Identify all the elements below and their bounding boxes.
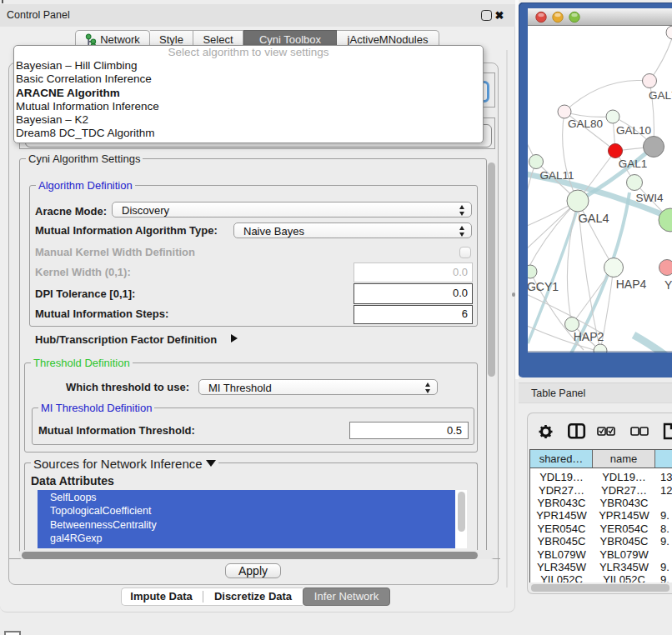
svg-text:YB: YB <box>664 278 672 292</box>
svg-text:GAL11: GAL11 <box>539 169 574 182</box>
svg-text:GAL1: GAL1 <box>619 158 648 170</box>
svg-text:GAL80: GAL80 <box>568 118 603 130</box>
svg-text:GAL4: GAL4 <box>578 212 609 225</box>
svg-text:HAP4: HAP4 <box>616 278 647 291</box>
svg-text:SWI4: SWI4 <box>635 192 663 204</box>
svg-text:GAL7: GAL7 <box>649 89 672 102</box>
svg-text:GAL10: GAL10 <box>616 124 651 137</box>
svg-text:GCY1: GCY1 <box>528 280 559 293</box>
svg-text:HAP2: HAP2 <box>574 330 604 343</box>
